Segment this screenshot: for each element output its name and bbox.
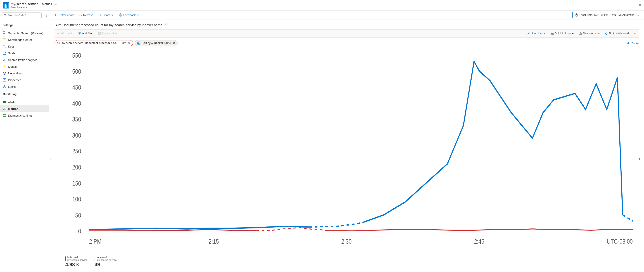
monitoring-section-label: Monitoring (0, 90, 49, 97)
sidebar-item-diagnostic[interactable]: Diagnostic settings (0, 112, 49, 119)
svg-line-13 (5, 47, 6, 48)
sidebar-item-metrics[interactable]: Metrics (0, 105, 49, 112)
svg-point-54 (581, 34, 581, 34)
svg-rect-58 (139, 43, 140, 44)
svg-rect-30 (4, 108, 4, 110)
sidebar-item-scale[interactable]: Scale (0, 50, 49, 56)
chart-toolbar: Add metric Add filter Apply splitting Li… (54, 29, 639, 37)
svg-point-40 (120, 15, 121, 16)
chart-title: Sum Document processed count for my-sear… (54, 23, 162, 27)
svg-text:550: 550 (72, 52, 81, 59)
share-icon (98, 13, 102, 16)
title-separator: | (40, 2, 40, 6)
monitoring-divider (0, 98, 49, 98)
svg-text:400: 400 (72, 100, 81, 107)
refresh-button[interactable]: Refresh (77, 12, 96, 18)
sidebar-search-box[interactable] (2, 12, 42, 18)
svg-text:100: 100 (72, 196, 81, 203)
chart-nav-right[interactable]: › (639, 156, 640, 161)
ellipsis-btn[interactable]: ··· (54, 2, 57, 6)
svg-text:300: 300 (72, 132, 81, 139)
app-logo: my-search-service | Metrics ··· Search s… (3, 2, 57, 9)
feedback-chevron-icon (137, 14, 139, 16)
svg-rect-23 (3, 79, 6, 81)
sidebar-item-networking[interactable]: Networking (0, 70, 49, 77)
diagnostic-icon (3, 114, 6, 117)
close-button[interactable]: × (639, 3, 641, 8)
sidebar-item-search-traffic[interactable]: Search traffic analytics (0, 56, 49, 63)
pill1-close[interactable]: ✕ (128, 41, 130, 45)
sidebar-label-properties: Properties (8, 78, 21, 82)
split-pill[interactable]: Split by = Indexer name ✕ (135, 40, 178, 46)
sidebar-label-identity: Identity (8, 65, 18, 68)
sidebar-item-knowledge-center[interactable]: Knowledge Center (0, 36, 49, 43)
time-range-button[interactable]: Local Time: 1/3 1:59 PM - 2:59 PM (Autom… (572, 12, 641, 18)
svg-rect-46 (98, 32, 99, 33)
identity-icon (3, 65, 6, 68)
splitting-icon (98, 32, 101, 35)
sidebar-label-scale: Scale (8, 52, 16, 55)
sidebar-label-keys: Keys (8, 45, 14, 48)
properties-icon (3, 78, 6, 82)
apply-splitting-button[interactable]: Apply splitting (96, 31, 120, 36)
undo-zoom-label: Undo Zoom (624, 41, 639, 45)
sidebar-item-properties[interactable]: Properties (0, 77, 49, 83)
keys-icon (3, 45, 6, 48)
collapse-sidebar-button[interactable]: « (44, 13, 49, 19)
svg-text:350: 350 (72, 116, 81, 123)
chart-nav-left[interactable]: ‹ (50, 156, 52, 161)
line-chart-button[interactable]: Line chart (525, 31, 548, 36)
new-chart-label: + New chart (58, 13, 74, 17)
networking-icon (3, 71, 6, 75)
sidebar-label-diagnostic: Diagnostic settings (8, 114, 32, 117)
filter-pills-row: my-search-service. Document processed co… (54, 40, 639, 46)
sidebar-item-semantic-search[interactable]: Semantic Search (Preview) (0, 30, 49, 36)
svg-rect-49 (100, 34, 100, 35)
pin-dashboard-label: Pin to dashboard (608, 32, 629, 35)
pin-dashboard-button[interactable]: Pin to dashboard (603, 31, 631, 36)
svg-rect-18 (6, 59, 6, 61)
pill2-close[interactable]: ✕ (173, 41, 175, 45)
cloud-icon (57, 41, 60, 45)
svg-point-19 (4, 65, 5, 66)
scale-icon (3, 51, 6, 55)
drill-logs-label: Drill into Logs (555, 32, 571, 35)
new-alert-rule-button[interactable]: New alert rule (577, 31, 602, 36)
add-filter-button[interactable]: Add filter (76, 31, 95, 36)
svg-text:150: 150 (72, 180, 81, 187)
sidebar-label-metrics: Metrics (8, 107, 18, 111)
svg-point-12 (3, 45, 5, 47)
metric-pill[interactable]: my-search-service. Document processed co… (54, 40, 133, 46)
indexer1-value: 4.98 k (65, 262, 88, 268)
app-logo-icon (3, 2, 9, 8)
sidebar-label-alerts: Alerts (8, 100, 16, 104)
share-label: Share (103, 13, 110, 17)
sidebar-item-locks[interactable]: Locks (0, 83, 49, 90)
chart-title-row: Sum Document processed count for my-sear… (54, 23, 639, 27)
new-chart-button[interactable]: + New chart (52, 12, 76, 18)
sidebar-label-knowledge: Knowledge Center (8, 38, 32, 41)
time-range-label: Local Time: 1/3 1:59 PM - 2:59 PM (Autom… (580, 13, 639, 16)
svg-rect-55 (138, 42, 139, 43)
svg-rect-9 (3, 38, 6, 41)
sidebar-item-keys[interactable]: Keys (0, 43, 49, 50)
share-button[interactable]: Share (96, 12, 116, 18)
add-metric-button[interactable]: Add metric (54, 31, 75, 36)
svg-rect-17 (5, 58, 5, 61)
indexer2-sublabel: my-search-service (96, 259, 117, 261)
more-options-button[interactable]: ··· (632, 31, 639, 36)
sidebar-item-identity[interactable]: Identity (0, 63, 49, 70)
filter-icon (78, 32, 81, 35)
plus-icon (54, 13, 57, 16)
chart-edit-icon[interactable] (164, 23, 168, 27)
search-input[interactable] (8, 14, 40, 17)
drill-logs-button[interactable]: Drill into Logs (549, 31, 576, 36)
sidebar-item-alerts[interactable]: Alerts (0, 99, 49, 105)
pill1-agg: Sum (120, 41, 126, 45)
knowledge-center-icon (3, 38, 6, 41)
svg-text:500: 500 (72, 68, 81, 75)
svg-rect-14 (3, 52, 6, 54)
feedback-button[interactable]: Feedback (117, 12, 141, 18)
svg-rect-29 (3, 109, 4, 110)
undo-zoom-button[interactable]: Undo Zoom (620, 41, 639, 45)
